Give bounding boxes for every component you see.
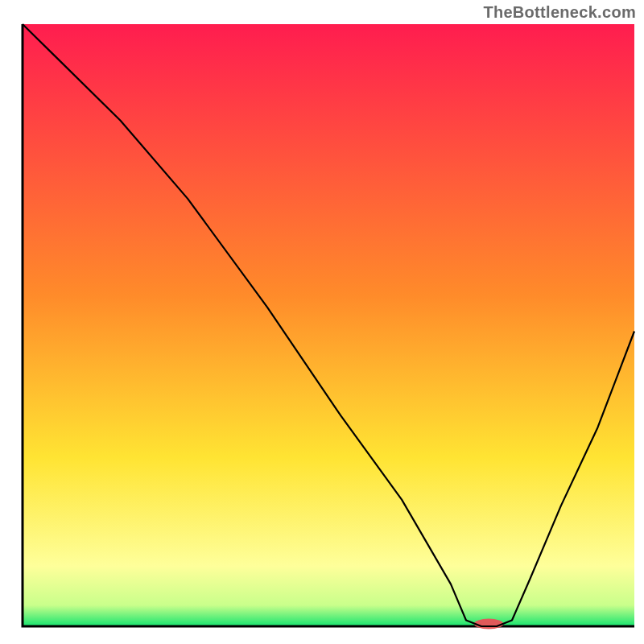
optimal-marker <box>474 619 503 630</box>
watermark-text: TheBottleneck.com <box>483 3 636 22</box>
chart-container: TheBottleneck.com <box>0 0 644 644</box>
bottleneck-chart <box>0 0 644 644</box>
